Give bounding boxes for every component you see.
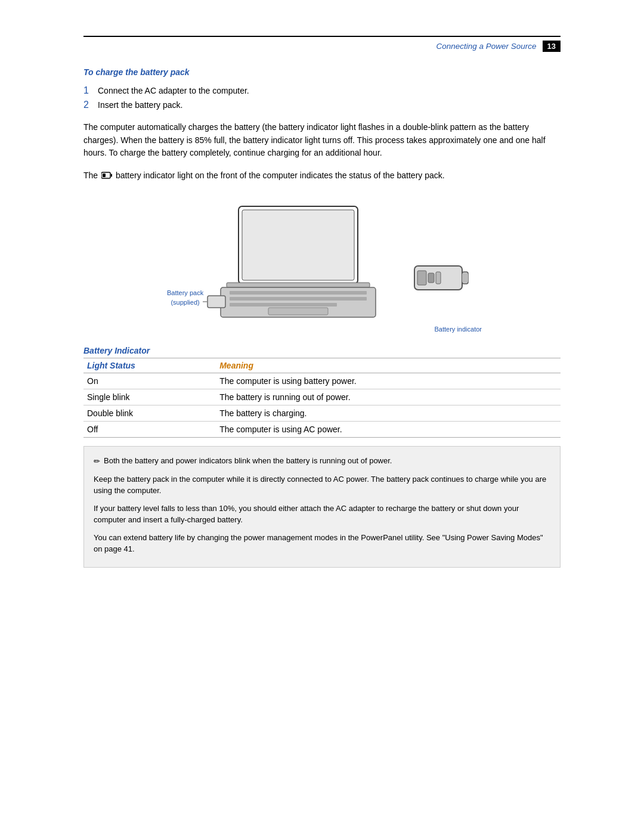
svg-rect-9	[230, 303, 337, 306]
svg-rect-18	[436, 272, 441, 284]
light-status-cell: Single blink	[83, 389, 216, 405]
note-area: ✏ Both the battery and power indicators …	[83, 446, 561, 568]
svg-rect-4	[242, 210, 354, 280]
laptop-illustration	[203, 200, 405, 326]
svg-rect-11	[208, 296, 225, 308]
page: Connecting a Power Source 13 To charge t…	[0, 36, 644, 833]
illustration-area: Battery pack (supplied) Battery indicato…	[83, 194, 561, 332]
step-1: 1 Connect the AC adapter to the computer…	[83, 85, 561, 96]
meaning-cell: The computer is using battery power.	[216, 373, 561, 389]
indicator-table: Light Status Meaning OnThe computer is u…	[83, 358, 561, 438]
table-header-row: Light Status Meaning	[83, 358, 561, 373]
svg-rect-8	[230, 297, 367, 301]
col-header-light-status: Light Status	[83, 358, 216, 373]
battery-pack-label: Battery pack (supplied)	[167, 289, 203, 307]
svg-rect-16	[417, 271, 426, 285]
light-status-cell: Off	[83, 422, 216, 438]
svg-rect-2	[103, 174, 106, 177]
note-para-1: Keep the battery pack in the computer wh…	[94, 473, 550, 497]
light-status-cell: Double blink	[83, 405, 216, 422]
note-para-3: You can extend battery life by changing …	[94, 532, 550, 555]
svg-rect-15	[462, 273, 468, 283]
step-2: 2 Insert the battery pack.	[83, 100, 561, 110]
paragraph-1: The computer automatically charges the b…	[83, 121, 561, 160]
table-row: Double blinkThe battery is charging.	[83, 405, 561, 422]
meaning-cell: The battery is running out of power.	[216, 389, 561, 405]
steps-list: 1 Connect the AC adapter to the computer…	[83, 85, 561, 110]
svg-rect-5	[227, 283, 370, 287]
light-status-cell: On	[83, 373, 216, 389]
step-2-number: 2	[83, 100, 98, 110]
note-para-2: If your battery level falls to less than…	[94, 503, 550, 526]
section-heading: To charge the battery pack	[83, 67, 561, 77]
note-main-line: ✏ Both the battery and power indicators …	[94, 455, 550, 467]
battery-indicator-label: Battery indicator	[435, 326, 482, 333]
table-row: OffThe computer is using AC power.	[83, 422, 561, 438]
meaning-cell: The battery is charging.	[216, 405, 561, 422]
table-section-label-1: Battery Indicator	[83, 346, 561, 355]
svg-rect-17	[428, 273, 434, 283]
svg-rect-10	[268, 308, 328, 315]
note-main-text: Both the battery and power indicators bl…	[104, 455, 392, 467]
paragraph-2: The battery indicator light on the front…	[83, 169, 561, 182]
step-1-number: 1	[83, 85, 98, 96]
page-number: 13	[543, 41, 561, 52]
main-content: To charge the battery pack 1 Connect the…	[83, 67, 561, 568]
table-body: OnThe computer is using battery power.Si…	[83, 373, 561, 438]
header-title: Connecting a Power Source	[436, 42, 536, 51]
svg-rect-1	[111, 174, 112, 176]
table-row: OnThe computer is using battery power.	[83, 373, 561, 389]
page-header: Connecting a Power Source 13	[83, 37, 561, 55]
step-2-text: Insert the battery pack.	[98, 100, 182, 110]
note-icon: ✏	[94, 456, 100, 467]
col-header-meaning: Meaning	[216, 358, 561, 373]
table-row: Single blinkThe battery is running out o…	[83, 389, 561, 405]
step-1-text: Connect the AC adapter to the computer.	[98, 86, 249, 95]
battery-indicator-illustration	[411, 260, 483, 302]
battery-symbol-icon	[101, 172, 112, 179]
svg-rect-7	[230, 291, 367, 295]
meaning-cell: The computer is using AC power.	[216, 422, 561, 438]
